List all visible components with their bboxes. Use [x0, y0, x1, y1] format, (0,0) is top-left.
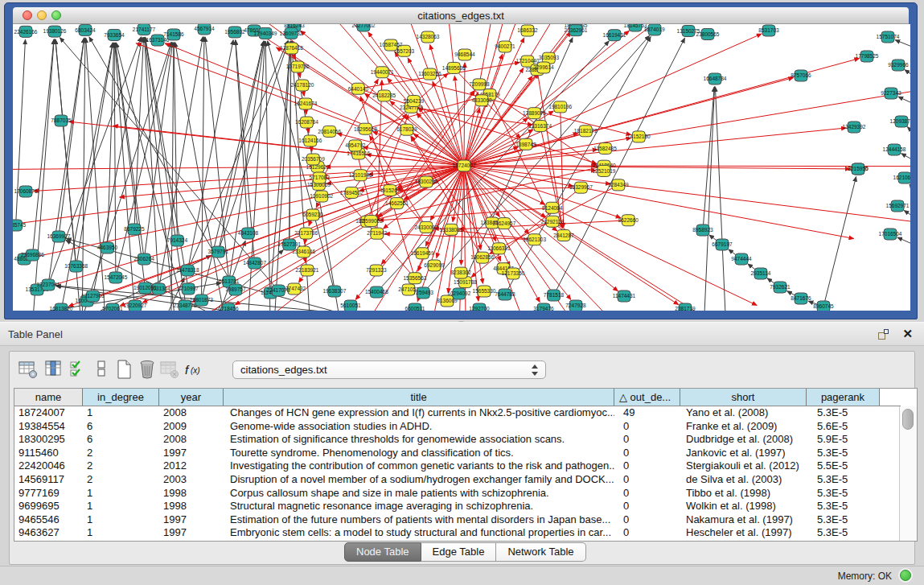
table-mode-icon[interactable]: [18, 359, 39, 380]
cell-out_degree[interactable]: 49: [614, 406, 680, 420]
cell-short[interactable]: Hescheler et al. (1997): [680, 526, 807, 540]
cell-out_degree[interactable]: 0: [614, 513, 680, 527]
cell-short[interactable]: Jankovic et al. (1997): [680, 447, 807, 460]
cell-title[interactable]: Disruption of a novel member of a sodium…: [224, 473, 614, 487]
zoom-window-button[interactable]: [51, 10, 61, 20]
cell-short[interactable]: Tibbo et al. (1998): [680, 487, 807, 501]
table-scrollbar[interactable]: [899, 406, 917, 541]
cell-title[interactable]: Corpus callosum shape and size in male p…: [224, 487, 614, 501]
cell-short[interactable]: Franke et al. (2009): [680, 420, 807, 434]
column-header-in_degree[interactable]: in_degree: [83, 389, 159, 406]
tab-node-table[interactable]: Node Table: [344, 542, 421, 562]
network-view[interactable]: 1872400718300295193845542141864012521019…: [13, 24, 910, 311]
delete-table-icon[interactable]: [159, 359, 180, 380]
cell-in_degree[interactable]: 2: [83, 447, 159, 460]
cell-title[interactable]: Structural magnetic resonance image aver…: [224, 500, 614, 513]
table-row[interactable]: 1456911722003Disruption of a novel membe…: [14, 473, 917, 487]
delete-column-icon[interactable]: [137, 359, 158, 380]
cell-pagerank[interactable]: 5.3E-5: [807, 526, 880, 540]
cell-short[interactable]: Yano et al. (2008): [680, 406, 807, 420]
cell-year[interactable]: 1997: [159, 447, 224, 460]
new-column-icon[interactable]: [114, 359, 135, 380]
float-panel-icon[interactable]: [878, 329, 889, 340]
cell-out_degree[interactable]: 0: [614, 526, 680, 540]
cell-name[interactable]: 19384554: [14, 420, 83, 434]
cell-year[interactable]: 1998: [159, 500, 224, 513]
cell-short[interactable]: Nakamura et al. (1997): [680, 513, 807, 527]
cell-in_degree[interactable]: 6: [83, 433, 159, 447]
tab-network-table[interactable]: Network Table: [496, 542, 585, 562]
cell-out_degree[interactable]: 0: [614, 500, 680, 513]
cell-in_degree[interactable]: 1: [83, 500, 159, 513]
cell-out_degree[interactable]: 0: [614, 473, 680, 487]
cell-name[interactable]: 14569117: [14, 473, 83, 487]
select-rows-icon[interactable]: [68, 359, 88, 380]
cell-name[interactable]: 9777169: [14, 487, 83, 501]
column-header-pagerank[interactable]: pagerank: [807, 389, 880, 406]
cell-year[interactable]: 2009: [159, 420, 224, 434]
cell-in_degree[interactable]: 2: [83, 473, 159, 487]
window-titlebar[interactable]: citations_edges.txt: [13, 7, 909, 24]
cell-short[interactable]: de Silva et al. (2003): [680, 473, 807, 487]
cell-pagerank[interactable]: 5.3E-5: [807, 447, 880, 460]
cell-year[interactable]: 2012: [159, 459, 224, 473]
cell-title[interactable]: Estimation of significance thresholds fo…: [224, 433, 614, 447]
cell-pagerank[interactable]: 5.3E-5: [807, 513, 880, 527]
cell-out_degree[interactable]: 0: [614, 433, 680, 447]
table-row[interactable]: 1830029562008Estimation of significance …: [14, 433, 917, 447]
cell-year[interactable]: 1997: [159, 513, 224, 527]
function-builder-icon[interactable]: f(x): [183, 359, 204, 380]
cell-name[interactable]: 9465546: [14, 513, 83, 527]
cell-pagerank[interactable]: 5.3E-5: [807, 406, 880, 420]
cell-name[interactable]: 9115460: [14, 447, 83, 460]
citation-network-graph[interactable]: 1872400718300295193845542141864012521019…: [13, 24, 910, 311]
cell-year[interactable]: 1998: [159, 487, 224, 501]
cell-title[interactable]: Estimation of the future numbers of pati…: [224, 513, 614, 527]
table-row[interactable]: 1872400712008Changes of HCN gene express…: [14, 406, 917, 420]
cell-year[interactable]: 2008: [159, 406, 224, 420]
table-row[interactable]: 946362711997Embryonic stem cells: a mode…: [14, 526, 917, 540]
cell-title[interactable]: Genome-wide association studies in ADHD.: [224, 420, 614, 434]
cell-in_degree[interactable]: 6: [83, 420, 159, 434]
minimize-window-button[interactable]: [37, 10, 47, 20]
column-header-short[interactable]: short: [680, 389, 807, 406]
cell-name[interactable]: 9699695: [14, 500, 83, 513]
cell-year[interactable]: 1997: [159, 526, 224, 540]
table-select-dropdown[interactable]: citations_edges.txt: [232, 360, 546, 379]
tab-edge-table[interactable]: Edge Table: [421, 542, 497, 562]
cell-pagerank[interactable]: 5.5E-5: [807, 459, 880, 473]
cell-name[interactable]: 9463627: [14, 526, 83, 540]
cell-in_degree[interactable]: 1: [83, 513, 159, 527]
show-columns-icon[interactable]: [43, 359, 64, 380]
cell-short[interactable]: Wolkin et al. (1998): [680, 500, 807, 513]
table-row[interactable]: 1938455462009Genome-wide association stu…: [14, 420, 917, 434]
column-header-out_degree[interactable]: △ out_de...: [614, 389, 680, 406]
memory-status-indicator[interactable]: [900, 570, 911, 581]
cell-title[interactable]: Investigating the contribution of common…: [224, 459, 614, 473]
cell-name[interactable]: 22420046: [14, 459, 83, 473]
table-row[interactable]: 2242004622012Investigating the contribut…: [14, 459, 917, 473]
cell-title[interactable]: Embryonic stem cells: a model to study s…: [224, 526, 614, 540]
close-panel-icon[interactable]: ✕: [902, 327, 913, 341]
column-header-year[interactable]: year: [159, 389, 224, 406]
cell-in_degree[interactable]: 1: [83, 526, 159, 540]
cell-pagerank[interactable]: 5.6E-5: [807, 420, 880, 434]
table-row[interactable]: 977716911998Corpus callosum shape and si…: [14, 487, 917, 501]
cell-title[interactable]: Tourette syndrome. Phenomenology and cla…: [224, 447, 614, 460]
cell-short[interactable]: Dudbridge et al. (2008): [680, 433, 807, 447]
row-height-icon[interactable]: [92, 359, 113, 380]
cell-name[interactable]: 18300295: [14, 433, 83, 447]
cell-out_degree[interactable]: 0: [614, 420, 680, 434]
cell-in_degree[interactable]: 1: [83, 406, 159, 420]
cell-year[interactable]: 2003: [159, 473, 224, 487]
cell-pagerank[interactable]: 5.9E-5: [807, 433, 880, 447]
cell-in_degree[interactable]: 2: [83, 459, 159, 473]
cell-short[interactable]: Stergiakouli et al. (2012): [680, 459, 807, 473]
cell-in_degree[interactable]: 1: [83, 487, 159, 501]
table-row[interactable]: 969969511998Structural magnetic resonanc…: [14, 500, 917, 513]
cell-year[interactable]: 2008: [159, 433, 224, 447]
cell-pagerank[interactable]: 5.3E-5: [807, 473, 880, 487]
cell-pagerank[interactable]: 5.3E-5: [807, 487, 880, 501]
column-header-title[interactable]: title: [224, 389, 614, 406]
cell-name[interactable]: 18724007: [14, 406, 83, 420]
